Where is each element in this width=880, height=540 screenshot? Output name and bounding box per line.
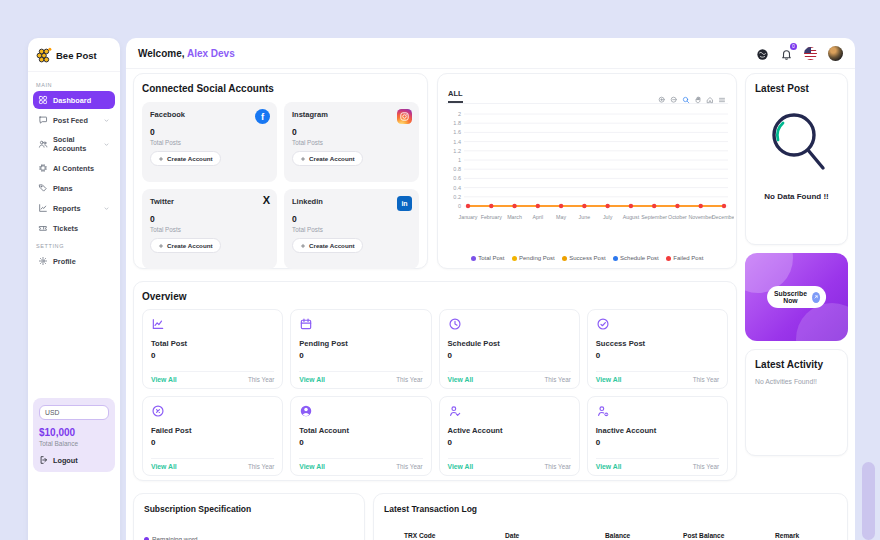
legend-item-failed-post[interactable]: Failed Post: [666, 255, 704, 261]
overview-card-active-account: Active Account0View AllThis Year: [439, 396, 580, 476]
user-minus-icon: [596, 404, 610, 418]
legend-dot: [562, 256, 567, 261]
us-flag-icon[interactable]: [804, 47, 817, 60]
legend-dot: [666, 256, 671, 261]
sidebar-item-label: Reports: [53, 204, 81, 213]
overview-title: Overview: [142, 291, 728, 302]
legend-item-schedule-post[interactable]: Schedule Post: [613, 255, 659, 261]
menu-icon[interactable]: [718, 96, 726, 104]
view-all-link[interactable]: View All: [151, 463, 177, 470]
svg-text:0.6: 0.6: [453, 175, 461, 181]
plus-icon: [300, 156, 306, 162]
legend-label: Schedule Post: [620, 255, 659, 261]
social-count-label: Total Posts: [150, 139, 269, 146]
notifications-button[interactable]: 0: [780, 47, 793, 60]
create-account-button[interactable]: Create Account: [292, 238, 363, 253]
svg-text:1.2: 1.2: [453, 148, 461, 154]
overview-card-failed-post: Failed Post0View AllThis Year: [142, 396, 283, 476]
legend-item-pending-post[interactable]: Pending Post: [512, 255, 555, 261]
sidebar-item-profile[interactable]: Profile: [33, 252, 115, 270]
svg-text:1.8: 1.8: [453, 120, 461, 126]
sidebar-section-label: SETTING: [36, 243, 112, 249]
latest-activity-card: Latest Activity No Activities Found!!: [745, 349, 848, 456]
period-label: This Year: [693, 376, 719, 383]
overview-grid: Total Post0View AllThis YearPending Post…: [142, 309, 728, 476]
social-count-label: Total Posts: [150, 226, 269, 233]
linkedin-icon: in: [397, 196, 412, 211]
social-grid: Facebookf0Total PostsCreate AccountInsta…: [142, 102, 419, 269]
svg-text:August: August: [623, 214, 640, 220]
view-all-link[interactable]: View All: [596, 376, 622, 383]
view-all-link[interactable]: View All: [151, 376, 177, 383]
currency-select[interactable]: USD: [39, 405, 109, 420]
latest-activity-title: Latest Activity: [755, 359, 838, 370]
view-all-link[interactable]: View All: [299, 463, 325, 470]
chart-toolbar: [658, 96, 726, 104]
transaction-table-header: TRX CodeDateBalancePost BalanceRemark: [384, 532, 837, 539]
create-account-label: Create Account: [167, 155, 213, 162]
legend-item-success-post[interactable]: Success Post: [562, 255, 606, 261]
sidebar-item-label: AI Contents: [53, 164, 94, 173]
sidebar-item-post-feed[interactable]: Post Feed: [33, 111, 115, 129]
sidebar-item-label: Post Feed: [53, 116, 88, 125]
view-all-link[interactable]: View All: [299, 376, 325, 383]
create-account-button[interactable]: Create Account: [150, 238, 221, 253]
main-area: Welcome, Alex Devs 0 Connected Social Ac…: [126, 38, 855, 540]
sidebar: Bee Post MAINDashboardPost FeedSocial Ac…: [28, 38, 120, 540]
overview-card-title: Schedule Post: [448, 339, 571, 348]
page-scrollbar-thumb[interactable]: [862, 462, 875, 540]
sidebar-item-social-accounts[interactable]: Social Accounts: [33, 131, 115, 157]
svg-text:September: September: [641, 214, 667, 220]
latest-transaction-log-card: Latest Transaction Log TRX CodeDateBalan…: [373, 493, 848, 540]
view-all-link[interactable]: View All: [596, 463, 622, 470]
posts-line-chart[interactable]: 21.81.61.41.210.80.60.40.20JanuaryFebrua…: [442, 106, 734, 230]
legend-label: Remaining word: [152, 536, 198, 540]
globe-icon[interactable]: [756, 47, 769, 60]
chevron-down-icon: [103, 141, 110, 148]
create-account-button[interactable]: Create Account: [292, 151, 363, 166]
svg-text:March: March: [507, 214, 522, 220]
brand-name: Bee Post: [56, 50, 97, 61]
connected-social-accounts-card: Connected Social Accounts Facebookf0Tota…: [133, 73, 428, 269]
pan-icon[interactable]: [694, 96, 702, 104]
twitter-x-icon: X: [263, 194, 270, 206]
svg-text:1.6: 1.6: [453, 129, 461, 135]
zoom-in-icon[interactable]: [658, 96, 666, 104]
social-card-title: Connected Social Accounts: [142, 83, 419, 94]
sidebar-item-ai-contents[interactable]: AI Contents: [33, 159, 115, 177]
sidebar-item-dashboard[interactable]: Dashboard: [33, 91, 115, 109]
view-all-link[interactable]: View All: [448, 463, 474, 470]
calendar-icon: [299, 317, 313, 331]
latest-post-card: Latest Post No Data Found !!: [745, 73, 848, 245]
selection-icon[interactable]: [682, 96, 690, 104]
column-header-remark: Remark: [775, 532, 821, 539]
svg-text:November: November: [689, 214, 714, 220]
avatar[interactable]: [828, 46, 843, 61]
chart-line-icon: [151, 317, 165, 331]
zoom-out-icon[interactable]: [670, 96, 678, 104]
brand[interactable]: Bee Post: [28, 38, 120, 72]
sidebar-item-tickets[interactable]: Tickets: [33, 219, 115, 237]
legend-dot: [613, 256, 618, 261]
subscription-specification-card: Subscription Specification Remaining wor…: [133, 493, 365, 540]
svg-text:May: May: [556, 214, 566, 220]
view-all-link[interactable]: View All: [448, 376, 474, 383]
sidebar-item-plans[interactable]: Plans: [33, 179, 115, 197]
sidebar-item-label: Social Accounts: [53, 135, 98, 153]
subscribe-now-button[interactable]: Subscribe Now: [767, 286, 827, 308]
legend-item-total-post[interactable]: Total Post: [471, 255, 505, 261]
sidebar-item-label: Profile: [53, 257, 76, 266]
overview-card-total-post: Total Post0View AllThis Year: [142, 309, 283, 389]
overview-card-title: Failed Post: [151, 426, 274, 435]
create-account-button[interactable]: Create Account: [150, 151, 221, 166]
sidebar-item-reports[interactable]: Reports: [33, 199, 115, 217]
plans-icon: [38, 183, 48, 193]
chart-tab-all[interactable]: ALL: [448, 89, 463, 103]
home-icon[interactable]: [706, 96, 714, 104]
overview-card-inactive-account: Inactive Account0View AllThis Year: [587, 396, 728, 476]
social-post-count: 0: [150, 127, 269, 137]
username: Alex Devs: [187, 48, 235, 59]
logout-button[interactable]: Logout: [39, 455, 109, 465]
latest-post-title: Latest Post: [755, 83, 838, 94]
social-post-count: 0: [292, 214, 411, 224]
